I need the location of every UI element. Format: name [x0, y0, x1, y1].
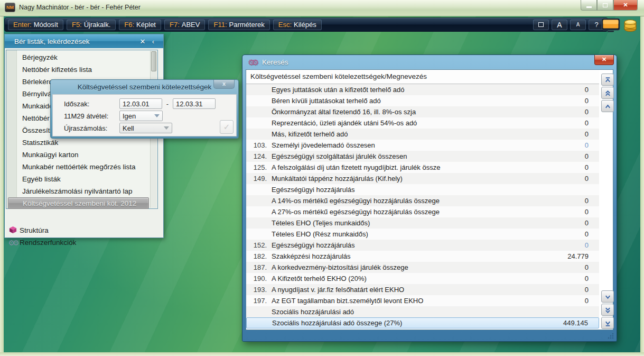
sidebar-item[interactable]: Egyéb listák [6, 173, 150, 185]
menu-item[interactable]: F5: Újrakalk. [67, 20, 116, 30]
sidebar-item[interactable]: Költségvetéssel szembeni köt. 2012 [8, 197, 149, 209]
table-row[interactable]: 103. Személyi jövedelemadó összesen 0 [246, 140, 599, 151]
sidebar-item[interactable]: Munkaügyi karton [6, 149, 150, 161]
table-row[interactable]: Önkormányzat által fizetendő 16, ill. 8%… [246, 106, 599, 117]
sidebar-item[interactable]: Járulékelszámolási nyilvántartó lap [6, 185, 150, 197]
resize-grip[interactable] [608, 333, 614, 339]
page-down-button[interactable] [601, 304, 614, 316]
scroll-to-top-button[interactable] [601, 74, 614, 86]
table-row[interactable]: Más, kifizetőt terhelő adó 0 [246, 129, 599, 140]
page-up-button[interactable] [601, 87, 614, 99]
line-up-button[interactable] [601, 100, 614, 112]
row-number: 125. [246, 163, 272, 171]
menu-item[interactable]: Esc: Kilépés [273, 20, 322, 30]
maximize-button[interactable] [597, 0, 613, 11]
menu-item[interactable]: F11: Parméterek [208, 20, 269, 30]
window-mode-button[interactable] [533, 20, 549, 30]
table-row[interactable]: Tételes EHO (Rész munkaidős) 0 [246, 229, 599, 240]
m29-select[interactable]: Igen [119, 111, 163, 121]
window-box-icon [538, 22, 544, 27]
row-name: Az EGT tagállamban bizt.személytől levon… [272, 297, 541, 305]
sidebar-collapse-button[interactable]: ‹ [148, 38, 158, 45]
close-button[interactable]: ✕ [613, 0, 638, 11]
row-name: A 27%-os mértékű egészségügyi hozzájárul… [272, 208, 541, 216]
shortcut-menubar: Enter: Módosít F5: Újrakalk. F6: Képlet … [4, 17, 608, 32]
menu-item-key: F5: [72, 21, 82, 29]
row-value: 0 [541, 241, 589, 249]
ok-button[interactable]: ✓ [220, 120, 234, 134]
row-value: 0 [541, 230, 589, 238]
menu-item[interactable]: Enter: Módosít [8, 20, 63, 30]
chevron-down-icon [164, 126, 169, 130]
menu-items: Enter: Módosít F5: Újrakalk. F6: Képlet … [8, 20, 325, 30]
sidebar-header: Bér listák, lekérdezések ✕ ‹ [5, 34, 163, 48]
sidebar-item-label: Rendszerfunkciók [20, 239, 76, 247]
menu-item-key: F6: [124, 21, 134, 29]
recalc-select[interactable]: Kell [119, 123, 172, 133]
sidebar-item-struktura[interactable]: Struktúra [6, 224, 49, 236]
line-down-button[interactable] [601, 290, 614, 303]
table-row[interactable]: Szociális hozzájárulási adó [246, 306, 599, 317]
menu-item[interactable]: F7: ABEV [164, 20, 205, 30]
sidebar-item[interactable]: Munkabér nettóérték megőrzés lista [6, 161, 150, 173]
chevron-down-icon [154, 114, 160, 117]
sidebar-item-rendszerfunkciok[interactable]: ⚙⚙ Rendszerfunkciók [6, 236, 76, 249]
row-value: 0 [541, 286, 589, 294]
row-value: 449.145 [540, 319, 588, 327]
row-value: 0 [541, 275, 589, 282]
coins-icon[interactable] [622, 17, 638, 32]
row-name: A korkedvezmény-biztosítási járulék össz… [272, 263, 541, 271]
monitor-icon[interactable] [601, 18, 620, 32]
row-name: Egészségügyi szolgáltatási járulék össze… [272, 152, 541, 160]
table-row[interactable]: Béren kívüli juttatásokat terhelő adó 0 [246, 95, 599, 106]
table-row[interactable]: Tételes EHO (Teljes munkaidős) 0 [246, 217, 599, 229]
table-row[interactable]: Egyes juttatások után a kifizetőt terhel… [246, 84, 599, 95]
row-name: Szociális hozzájárulási adó összege (27%… [272, 319, 540, 327]
period-from-input[interactable] [119, 98, 162, 109]
row-value: 0 [541, 163, 589, 171]
table-row[interactable]: 125. A felszolgálási díj után fizetett n… [246, 162, 599, 173]
row-value: 0 [541, 297, 589, 305]
gears-icon: ⚙⚙ [6, 239, 20, 247]
sidebar-item[interactable]: Nettóbér kifizetés lista [6, 63, 150, 76]
menu-item[interactable]: F6: Képlet [119, 20, 161, 30]
sidebar-close-button[interactable]: ✕ [138, 38, 147, 45]
row-value: 0 [541, 219, 589, 227]
table-row[interactable]: A 14%-os mértékű egészségügyi hozzájárul… [246, 195, 599, 206]
minimize-button[interactable] [581, 0, 597, 11]
minimize-icon [586, 6, 592, 8]
row-name: Tételes EHO (Teljes munkaidős) [272, 219, 541, 227]
sidebar-title: Bér listák, lekérdezések [14, 38, 90, 45]
period-to-input[interactable] [173, 98, 216, 109]
table-row[interactable]: 197. Az EGT tagállamban bizt.személytől … [246, 295, 599, 306]
font-larger-button[interactable]: A [552, 20, 567, 30]
table-row[interactable]: A 27%-os mértékű egészségügyi hozzájárul… [246, 206, 599, 217]
font-smaller-button[interactable]: A [570, 20, 586, 30]
sidebar-scrollbar-thumb[interactable] [151, 51, 156, 71]
m29-value: Igen [123, 112, 136, 120]
table-row[interactable]: 187. A korkedvezmény-biztosítási járulék… [246, 262, 599, 273]
row-number: 152. [246, 241, 272, 249]
dialog-close-button[interactable]: x [213, 80, 235, 89]
table-row[interactable]: Szociális hozzájárulási adó összege (27%… [246, 317, 599, 328]
search-close-button[interactable]: ✕ [594, 55, 614, 65]
sidebar-item[interactable]: Bérjegyzék [6, 51, 150, 63]
row-value: 0 [541, 130, 589, 138]
table-row[interactable]: Egészségügyi hozzájárulás [246, 184, 599, 195]
menu-item-label: Parméterek [229, 21, 265, 29]
search-window-icon: ⚙⚙ [248, 58, 256, 67]
row-name: A felszolgálási díj után fizetett nyugdí… [272, 163, 541, 171]
window-titlebar: NM Nagy Machinátor - bér - bér - Fehér P… [0, 0, 644, 16]
row-name: A nyugdíjast v. jár.fiz felsőhatárt elér… [272, 286, 541, 294]
table-row[interactable]: 190. A Kifizetőt terhelő EKHO (20%) 0 [246, 273, 599, 284]
table-row[interactable]: 193. A nyugdíjast v. jár.fiz felsőhatárt… [246, 284, 599, 295]
period-label: Időszak: [64, 100, 119, 108]
row-name: Szociális hozzájárulási adó [272, 308, 541, 316]
scroll-to-bottom-button[interactable] [601, 317, 614, 329]
table-row[interactable]: 149. Munkáltatói táppénz hozzájárulás (K… [246, 173, 599, 184]
results-table: Egyes juttatások után a kifizetőt terhel… [246, 84, 599, 328]
table-row[interactable]: Reprezentáció, üzleti ajándék utáni 54%-… [246, 117, 599, 129]
table-row[interactable]: 182. Szakképzési hozzájárulás 24.779 [246, 251, 599, 262]
table-row[interactable]: 124. Egészségügyi szolgáltatási járulék … [246, 151, 599, 162]
table-row[interactable]: 152. Egészségügyi hozzájárulás 0 [246, 240, 599, 251]
